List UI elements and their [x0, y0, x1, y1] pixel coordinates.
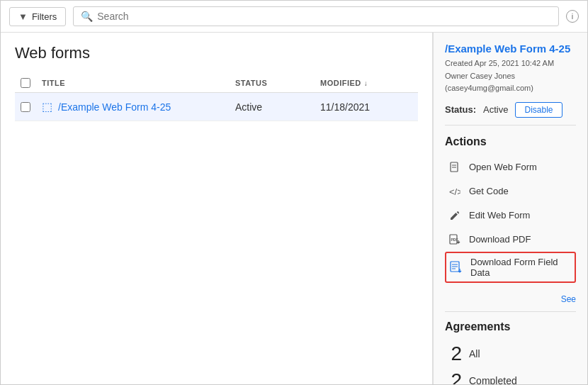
- info-icon[interactable]: i: [566, 10, 579, 23]
- agreements-section: Agreements 2 All 2 Completed: [445, 311, 576, 384]
- actions-section: Actions Open Web Form </> Get Code: [445, 135, 576, 283]
- action-download-pdf-label: Download PDF: [469, 234, 531, 245]
- detail-form-title: /Example Web Form 4-25: [445, 43, 576, 55]
- svg-text:</>: </>: [449, 186, 460, 197]
- disable-button[interactable]: Disable: [515, 102, 562, 118]
- list-panel: Web forms TITLE STATUS MODIFIED ↓: [1, 33, 433, 384]
- search-icon: 🔍: [81, 11, 93, 22]
- action-get-code-label: Get Code: [469, 186, 509, 196]
- search-input[interactable]: [97, 11, 551, 22]
- detail-owner: Owner Casey Jones (casey4umg@gmail.com): [445, 70, 576, 95]
- detail-created: Created Apr 25, 2021 10:42 AM: [445, 57, 576, 70]
- download-form-field-data-icon: [449, 260, 463, 274]
- agreements-completed-count: 2: [445, 369, 462, 384]
- status-value: Active: [483, 104, 508, 115]
- agreements-all-count: 2: [445, 342, 462, 365]
- agreements-completed-label: Completed: [469, 375, 517, 384]
- search-box: 🔍: [73, 6, 559, 26]
- open-web-form-icon: [448, 160, 462, 174]
- app-container: ▼ Filters 🔍 i Web forms TITLE STATUS MOD…: [0, 0, 588, 385]
- filter-icon: ▼: [18, 11, 28, 22]
- main-content: Web forms TITLE STATUS MODIFIED ↓: [1, 33, 587, 384]
- row-modified: 11/18/2021: [320, 101, 412, 113]
- see-more-link[interactable]: See: [445, 293, 576, 311]
- detail-meta: Created Apr 25, 2021 10:42 AM Owner Case…: [445, 57, 576, 95]
- filter-label: Filters: [32, 11, 57, 22]
- sort-icon: ↓: [364, 79, 368, 87]
- agreements-all-label: All: [469, 348, 480, 359]
- action-edit-web-form-label: Edit Web Form: [469, 210, 530, 221]
- status-row: Status: Active Disable: [445, 102, 576, 125]
- col-header-modified: MODIFIED ↓: [320, 79, 412, 87]
- svg-text:PDF: PDF: [451, 238, 458, 242]
- status-label: Status:: [445, 104, 476, 115]
- row-status: Active: [235, 101, 320, 113]
- action-open-web-form[interactable]: Open Web Form: [445, 155, 576, 179]
- col-header-title: TITLE: [42, 79, 235, 87]
- filter-button[interactable]: ▼ Filters: [9, 7, 66, 26]
- page-title: Web forms: [15, 44, 418, 62]
- agreements-title: Agreements: [445, 320, 576, 333]
- toolbar: ▼ Filters 🔍 i: [1, 1, 587, 33]
- table-header: TITLE STATUS MODIFIED ↓: [15, 74, 418, 93]
- download-pdf-icon: PDF: [448, 233, 462, 247]
- action-download-form-field-data[interactable]: Download Form Field Data: [445, 252, 576, 283]
- actions-title: Actions: [445, 135, 576, 148]
- action-download-form-field-data-label: Download Form Field Data: [470, 257, 572, 278]
- edit-web-form-icon: [448, 208, 462, 223]
- action-edit-web-form[interactable]: Edit Web Form: [445, 203, 576, 228]
- row-checkbox[interactable]: [21, 102, 30, 112]
- col-header-status: STATUS: [235, 79, 320, 87]
- action-open-web-form-label: Open Web Form: [469, 162, 537, 172]
- get-code-icon: </>: [448, 184, 462, 199]
- table-row[interactable]: ⬚ /Example Web Form 4-25 Active 11/18/20…: [15, 93, 418, 121]
- doc-icon: ⬚: [42, 100, 52, 113]
- agreements-all-row: 2 All: [445, 340, 576, 367]
- row-title[interactable]: ⬚ /Example Web Form 4-25: [42, 100, 235, 113]
- action-download-pdf[interactable]: PDF Download PDF: [445, 228, 576, 252]
- detail-panel: /Example Web Form 4-25 Created Apr 25, 2…: [433, 33, 587, 384]
- header-checkbox-col: [21, 78, 42, 88]
- action-get-code[interactable]: </> Get Code: [445, 179, 576, 203]
- row-checkbox-col: [21, 102, 42, 112]
- select-all-checkbox[interactable]: [21, 78, 30, 88]
- agreements-completed-row: 2 Completed: [445, 367, 576, 384]
